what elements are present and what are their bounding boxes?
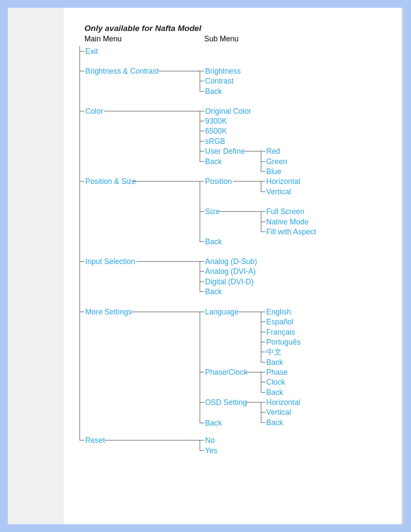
menu-color: Color — [85, 107, 103, 115]
menu-more-settings: More Settings — [85, 308, 132, 316]
submenu-francais: Français — [266, 328, 295, 336]
submenu-blue: Blue — [266, 167, 281, 176]
submenu-osd-vertical: Vertical — [266, 408, 291, 417]
menu-exit: Exit — [85, 47, 98, 56]
submenu-osd-back: Back — [266, 418, 283, 427]
submenu-language: Language — [205, 308, 239, 316]
submenu-pos-vertical: Vertical — [266, 187, 291, 196]
submenu-input-back: Back — [205, 287, 222, 296]
submenu-reset-no: No — [205, 436, 215, 445]
scrollbar[interactable] — [402, 8, 403, 524]
page-title: Only available for Nafta Model — [84, 24, 202, 33]
submenu-reset-yes: Yes — [205, 446, 218, 455]
submenu-color-back: Back — [205, 157, 222, 166]
submenu-6500k: 6500K — [205, 127, 227, 135]
submenu-contrast: Contrast — [205, 77, 234, 85]
submenu-english: English — [266, 308, 291, 316]
submenu-pos-horizontal: Horizontal — [266, 177, 300, 186]
submenu-9300k: 9300K — [205, 117, 227, 125]
submenu-fill-aspect: Fill with Aspect — [266, 227, 316, 236]
submenu-bc-back: Back — [205, 87, 222, 96]
menu-position-size: Position & Size — [85, 177, 136, 186]
submenu-lang-back: Back — [266, 358, 283, 367]
submenu-clock: Clock — [266, 378, 285, 386]
column-header-sub: Sub Menu — [204, 34, 239, 43]
menu-input-selection: Input Selection — [85, 257, 135, 266]
submenu-position: Position — [205, 177, 232, 186]
submenu-analog-dvia: Analog (DVI-A) — [205, 267, 256, 276]
submenu-phase-clock: Phase/Clock — [205, 368, 247, 376]
submenu-original-color: Original Color — [205, 107, 251, 115]
submenu-osd-setting: OSD Setting — [205, 398, 247, 407]
submenu-pc-back: Back — [266, 388, 283, 397]
submenu-native-mode: Native Mode — [266, 218, 308, 226]
submenu-analog-dsub: Analog (D-Sub) — [205, 257, 257, 266]
document-page: Only available for Nafta Model Main Menu… — [64, 8, 402, 524]
submenu-espanol: Español — [266, 317, 293, 326]
submenu-digital-dvid: Digital (DVI-D) — [205, 277, 254, 286]
column-header-main: Main Menu — [84, 34, 122, 43]
submenu-user-define: User Define — [205, 147, 245, 156]
menu-reset: Reset — [85, 436, 105, 445]
submenu-full-screen: Full Screen — [266, 207, 305, 216]
submenu-chinese: 中文 — [266, 348, 282, 356]
submenu-green: Green — [266, 157, 287, 166]
submenu-brightness: Brightness — [205, 67, 241, 75]
submenu-size: Size — [205, 207, 220, 216]
submenu-red: Red — [266, 147, 280, 156]
document-frame: Only available for Nafta Model Main Menu… — [8, 8, 403, 524]
submenu-ps-back: Back — [205, 237, 222, 246]
submenu-ms-back: Back — [205, 419, 222, 427]
submenu-osd-horizontal: Horizontal — [266, 398, 300, 407]
menu-brightness-contrast: Brightness & Contrast — [85, 67, 159, 75]
submenu-srgb: sRGB — [205, 137, 225, 146]
submenu-portugues: Português — [266, 338, 301, 346]
submenu-phase: Phase — [266, 368, 288, 376]
